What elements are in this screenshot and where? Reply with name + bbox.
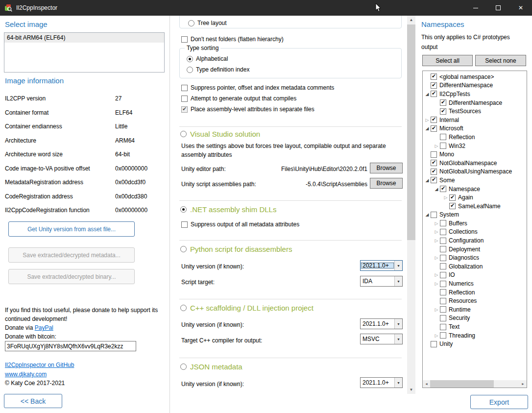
namespace-checkbox[interactable]: [440, 246, 446, 252]
expander-collapsed-icon[interactable]: [433, 229, 440, 234]
image-list-item[interactable]: 64-bit ARM64 (ELF64): [4, 33, 164, 43]
namespace-checkbox[interactable]: [431, 177, 437, 183]
checkbox-icon[interactable]: [181, 36, 188, 43]
tree-item[interactable]: Reflection: [423, 288, 527, 297]
tree-item[interactable]: DifferentNamespace: [423, 81, 527, 90]
tree-item[interactable]: Resources: [423, 296, 527, 305]
namespace-checkbox[interactable]: [440, 108, 446, 115]
tree-item[interactable]: Threading: [423, 331, 527, 340]
namespace-checkbox[interactable]: [431, 169, 437, 175]
namespace-checkbox[interactable]: [440, 324, 446, 330]
radio-icon[interactable]: [180, 206, 187, 213]
browse-assemblies-path-button[interactable]: Browse: [370, 178, 403, 189]
cpp-scaffolding-radio[interactable]: C++ scaffolding / DLL injection project: [180, 304, 314, 312]
tree-item[interactable]: Security: [423, 314, 527, 323]
radio-icon[interactable]: [188, 20, 194, 26]
expander-collapsed-icon[interactable]: [433, 281, 440, 286]
checkbox-icon[interactable]: [181, 85, 188, 91]
scroll-down-icon[interactable]: [407, 386, 415, 394]
back-button[interactable]: << Back: [4, 394, 62, 408]
chevron-down-icon[interactable]: [394, 378, 402, 388]
expander-expanded-icon[interactable]: [424, 92, 431, 97]
namespace-checkbox[interactable]: [440, 306, 446, 313]
suppress-metadata-checkbox[interactable]: Suppress output of all metadata attribut…: [181, 219, 299, 230]
namespace-checkbox[interactable]: [440, 255, 446, 261]
checkbox-icon[interactable]: [181, 221, 188, 228]
expander-collapsed-icon[interactable]: [433, 221, 440, 226]
cpp-compiler-select[interactable]: MSVC: [360, 334, 403, 344]
tree-item[interactable]: Numerics: [423, 279, 527, 288]
namespace-checkbox[interactable]: [449, 194, 456, 201]
radio-icon[interactable]: [180, 364, 187, 370]
unity-editor-path-value[interactable]: Files\Unity\Hub\Editor\2020.2.0f1: [281, 166, 367, 172]
tree-item[interactable]: Deployment: [423, 245, 527, 254]
expander-collapsed-icon[interactable]: [433, 238, 440, 243]
namespace-checkbox[interactable]: [431, 91, 437, 97]
expander-expanded-icon[interactable]: [433, 187, 440, 192]
namespace-checkbox[interactable]: [440, 229, 446, 235]
expander-expanded-icon[interactable]: [424, 212, 431, 217]
radio-icon[interactable]: [180, 246, 187, 252]
namespace-checkbox[interactable]: [431, 212, 437, 218]
tree-item[interactable]: Reflection: [423, 133, 527, 142]
radio-icon[interactable]: [187, 67, 193, 73]
tree-item[interactable]: Internal: [423, 116, 527, 124]
tree-item[interactable]: Il2CppTests: [423, 90, 527, 98]
namespace-checkbox[interactable]: [440, 289, 446, 295]
python-unity-version-select[interactable]: 2021.1.0+: [360, 260, 403, 271]
tree-item[interactable]: DifferentNamespace: [423, 98, 527, 107]
radio-icon[interactable]: [180, 305, 187, 311]
namespace-checkbox[interactable]: [440, 263, 446, 269]
output-option-checkbox[interactable]: Attempt to generate output that compiles: [181, 93, 334, 104]
tree-item[interactable]: Collections: [423, 228, 527, 237]
tree-item[interactable]: Mono: [423, 150, 527, 159]
unity-assemblies-path-value[interactable]: -5.0.4\ScriptAssemblies: [306, 181, 367, 188]
shim-dlls-radio[interactable]: .NET assembly shim DLLs: [180, 205, 276, 214]
script-target-select[interactable]: IDA: [360, 276, 403, 287]
expander-collapsed-icon[interactable]: [424, 118, 431, 122]
json-metadata-radio[interactable]: JSON metadata: [180, 363, 242, 371]
expander-collapsed-icon[interactable]: [433, 144, 440, 148]
namespace-checkbox[interactable]: [440, 186, 446, 192]
expander-expanded-icon[interactable]: [424, 178, 431, 183]
expander-expanded-icon[interactable]: [424, 126, 431, 131]
tree-horizontal-scrollbar[interactable]: [423, 380, 527, 388]
select-none-button[interactable]: Select none: [475, 55, 526, 66]
namespace-checkbox[interactable]: [431, 125, 437, 132]
tree-item[interactable]: Unity: [423, 340, 527, 348]
namespace-checkbox[interactable]: [431, 82, 437, 89]
bitcoin-address-input[interactable]: [5, 341, 136, 351]
github-link[interactable]: Il2CppInspector on GitHub: [5, 362, 74, 368]
namespace-checkbox[interactable]: [440, 220, 446, 226]
expander-collapsed-icon[interactable]: [433, 307, 440, 312]
center-scrollbar[interactable]: [407, 16, 415, 394]
namespace-checkbox[interactable]: [440, 238, 446, 244]
tree-item[interactable]: IO: [423, 271, 527, 280]
tree-item[interactable]: Globalization: [423, 262, 527, 271]
minimize-button[interactable]: [464, 0, 487, 16]
namespace-checkbox[interactable]: [440, 99, 446, 106]
json-unity-version-select[interactable]: 2021.1.0+: [360, 377, 403, 388]
tree-item[interactable]: TestSources: [423, 107, 527, 116]
namespace-checkbox[interactable]: [440, 134, 446, 140]
image-listbox[interactable]: 64-bit ARM64 (ELF64): [4, 32, 165, 73]
tree-item[interactable]: Diagnostics: [423, 253, 527, 262]
namespace-checkbox[interactable]: [449, 203, 456, 209]
scroll-up-icon[interactable]: [407, 16, 415, 24]
namespace-checkbox[interactable]: [431, 117, 437, 123]
tree-item[interactable]: Some: [423, 176, 527, 185]
namespace-checkbox[interactable]: [440, 143, 446, 149]
tree-item[interactable]: Microsoft: [423, 124, 527, 133]
close-button[interactable]: [509, 0, 532, 16]
radio-icon[interactable]: [187, 56, 193, 62]
export-button[interactable]: Export: [470, 395, 528, 409]
tree-item[interactable]: Namespace: [423, 185, 527, 194]
tree-layout-radio[interactable]: Tree layout: [188, 18, 227, 28]
paypal-link[interactable]: PayPal: [35, 324, 53, 331]
namespace-checkbox[interactable]: [440, 315, 446, 321]
namespace-checkbox[interactable]: [431, 73, 437, 80]
website-link[interactable]: www.djkaty.com: [5, 371, 47, 378]
chevron-down-icon[interactable]: [394, 276, 402, 286]
radio-icon[interactable]: [180, 131, 187, 137]
tree-item[interactable]: Configuration: [423, 236, 527, 245]
